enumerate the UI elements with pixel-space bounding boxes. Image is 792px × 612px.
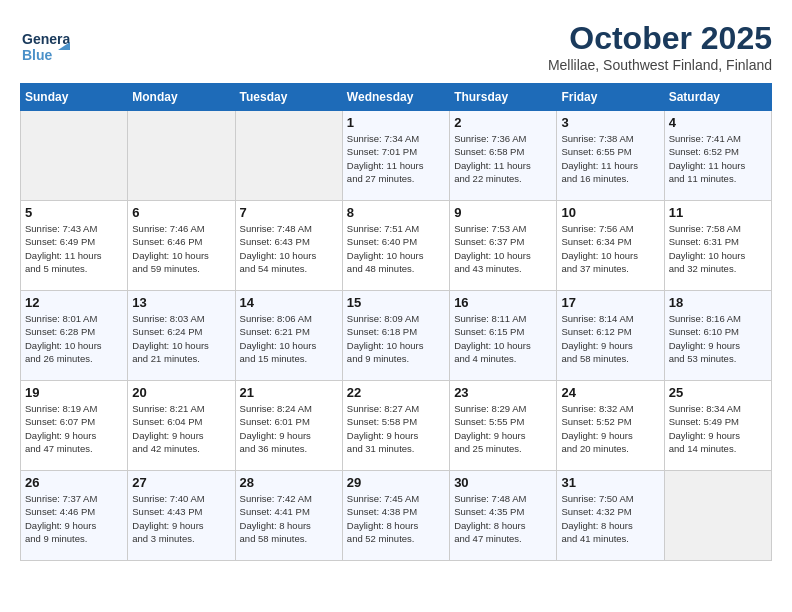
day-number: 21 <box>240 385 338 400</box>
calendar-cell <box>21 111 128 201</box>
weekday-header-thursday: Thursday <box>450 84 557 111</box>
svg-text:General: General <box>22 31 70 47</box>
day-number: 13 <box>132 295 230 310</box>
day-number: 3 <box>561 115 659 130</box>
day-info: Sunrise: 8:27 AM Sunset: 5:58 PM Dayligh… <box>347 402 445 455</box>
day-info: Sunrise: 7:50 AM Sunset: 4:32 PM Dayligh… <box>561 492 659 545</box>
calendar-cell: 9Sunrise: 7:53 AM Sunset: 6:37 PM Daylig… <box>450 201 557 291</box>
weekday-header-tuesday: Tuesday <box>235 84 342 111</box>
calendar-cell: 17Sunrise: 8:14 AM Sunset: 6:12 PM Dayli… <box>557 291 664 381</box>
location-title: Mellilae, Southwest Finland, Finland <box>548 57 772 73</box>
calendar-table: SundayMondayTuesdayWednesdayThursdayFrid… <box>20 83 772 561</box>
calendar-cell: 26Sunrise: 7:37 AM Sunset: 4:46 PM Dayli… <box>21 471 128 561</box>
day-info: Sunrise: 7:40 AM Sunset: 4:43 PM Dayligh… <box>132 492 230 545</box>
day-info: Sunrise: 8:14 AM Sunset: 6:12 PM Dayligh… <box>561 312 659 365</box>
day-info: Sunrise: 7:38 AM Sunset: 6:55 PM Dayligh… <box>561 132 659 185</box>
calendar-cell: 3Sunrise: 7:38 AM Sunset: 6:55 PM Daylig… <box>557 111 664 201</box>
calendar-week-3: 12Sunrise: 8:01 AM Sunset: 6:28 PM Dayli… <box>21 291 772 381</box>
day-info: Sunrise: 7:53 AM Sunset: 6:37 PM Dayligh… <box>454 222 552 275</box>
calendar-cell: 4Sunrise: 7:41 AM Sunset: 6:52 PM Daylig… <box>664 111 771 201</box>
day-number: 22 <box>347 385 445 400</box>
title-area: October 2025 Mellilae, Southwest Finland… <box>548 20 772 73</box>
day-info: Sunrise: 8:16 AM Sunset: 6:10 PM Dayligh… <box>669 312 767 365</box>
calendar-cell: 7Sunrise: 7:48 AM Sunset: 6:43 PM Daylig… <box>235 201 342 291</box>
weekday-header-friday: Friday <box>557 84 664 111</box>
calendar-cell: 29Sunrise: 7:45 AM Sunset: 4:38 PM Dayli… <box>342 471 449 561</box>
day-info: Sunrise: 8:06 AM Sunset: 6:21 PM Dayligh… <box>240 312 338 365</box>
calendar-cell: 31Sunrise: 7:50 AM Sunset: 4:32 PM Dayli… <box>557 471 664 561</box>
weekday-header-wednesday: Wednesday <box>342 84 449 111</box>
calendar-cell: 8Sunrise: 7:51 AM Sunset: 6:40 PM Daylig… <box>342 201 449 291</box>
calendar-cell: 14Sunrise: 8:06 AM Sunset: 6:21 PM Dayli… <box>235 291 342 381</box>
day-number: 19 <box>25 385 123 400</box>
calendar-cell: 21Sunrise: 8:24 AM Sunset: 6:01 PM Dayli… <box>235 381 342 471</box>
day-info: Sunrise: 7:45 AM Sunset: 4:38 PM Dayligh… <box>347 492 445 545</box>
calendar-cell: 12Sunrise: 8:01 AM Sunset: 6:28 PM Dayli… <box>21 291 128 381</box>
day-number: 12 <box>25 295 123 310</box>
svg-text:Blue: Blue <box>22 47 53 63</box>
day-number: 26 <box>25 475 123 490</box>
day-info: Sunrise: 8:19 AM Sunset: 6:07 PM Dayligh… <box>25 402 123 455</box>
calendar-cell: 13Sunrise: 8:03 AM Sunset: 6:24 PM Dayli… <box>128 291 235 381</box>
day-number: 23 <box>454 385 552 400</box>
day-number: 14 <box>240 295 338 310</box>
day-info: Sunrise: 7:48 AM Sunset: 4:35 PM Dayligh… <box>454 492 552 545</box>
day-number: 9 <box>454 205 552 220</box>
calendar-cell: 22Sunrise: 8:27 AM Sunset: 5:58 PM Dayli… <box>342 381 449 471</box>
day-info: Sunrise: 8:11 AM Sunset: 6:15 PM Dayligh… <box>454 312 552 365</box>
calendar-cell: 5Sunrise: 7:43 AM Sunset: 6:49 PM Daylig… <box>21 201 128 291</box>
calendar-cell: 23Sunrise: 8:29 AM Sunset: 5:55 PM Dayli… <box>450 381 557 471</box>
day-number: 10 <box>561 205 659 220</box>
day-number: 30 <box>454 475 552 490</box>
month-title: October 2025 <box>548 20 772 57</box>
day-number: 18 <box>669 295 767 310</box>
day-info: Sunrise: 7:34 AM Sunset: 7:01 PM Dayligh… <box>347 132 445 185</box>
day-number: 25 <box>669 385 767 400</box>
day-info: Sunrise: 8:29 AM Sunset: 5:55 PM Dayligh… <box>454 402 552 455</box>
weekday-header-sunday: Sunday <box>21 84 128 111</box>
calendar-cell: 18Sunrise: 8:16 AM Sunset: 6:10 PM Dayli… <box>664 291 771 381</box>
day-info: Sunrise: 7:42 AM Sunset: 4:41 PM Dayligh… <box>240 492 338 545</box>
day-info: Sunrise: 7:37 AM Sunset: 4:46 PM Dayligh… <box>25 492 123 545</box>
day-number: 16 <box>454 295 552 310</box>
calendar-cell: 10Sunrise: 7:56 AM Sunset: 6:34 PM Dayli… <box>557 201 664 291</box>
calendar-cell <box>235 111 342 201</box>
calendar-cell: 1Sunrise: 7:34 AM Sunset: 7:01 PM Daylig… <box>342 111 449 201</box>
day-number: 11 <box>669 205 767 220</box>
day-number: 28 <box>240 475 338 490</box>
day-number: 8 <box>347 205 445 220</box>
day-info: Sunrise: 7:51 AM Sunset: 6:40 PM Dayligh… <box>347 222 445 275</box>
day-info: Sunrise: 7:41 AM Sunset: 6:52 PM Dayligh… <box>669 132 767 185</box>
calendar-cell: 2Sunrise: 7:36 AM Sunset: 6:58 PM Daylig… <box>450 111 557 201</box>
day-info: Sunrise: 7:48 AM Sunset: 6:43 PM Dayligh… <box>240 222 338 275</box>
calendar-cell: 20Sunrise: 8:21 AM Sunset: 6:04 PM Dayli… <box>128 381 235 471</box>
day-info: Sunrise: 8:03 AM Sunset: 6:24 PM Dayligh… <box>132 312 230 365</box>
day-number: 4 <box>669 115 767 130</box>
page-header: General Blue October 2025 Mellilae, Sout… <box>20 20 772 73</box>
calendar-cell: 15Sunrise: 8:09 AM Sunset: 6:18 PM Dayli… <box>342 291 449 381</box>
logo: General Blue <box>20 20 70 70</box>
calendar-cell: 16Sunrise: 8:11 AM Sunset: 6:15 PM Dayli… <box>450 291 557 381</box>
calendar-week-5: 26Sunrise: 7:37 AM Sunset: 4:46 PM Dayli… <box>21 471 772 561</box>
calendar-cell: 19Sunrise: 8:19 AM Sunset: 6:07 PM Dayli… <box>21 381 128 471</box>
calendar-cell: 6Sunrise: 7:46 AM Sunset: 6:46 PM Daylig… <box>128 201 235 291</box>
calendar-cell: 24Sunrise: 8:32 AM Sunset: 5:52 PM Dayli… <box>557 381 664 471</box>
day-number: 1 <box>347 115 445 130</box>
calendar-cell <box>128 111 235 201</box>
day-number: 20 <box>132 385 230 400</box>
calendar-week-1: 1Sunrise: 7:34 AM Sunset: 7:01 PM Daylig… <box>21 111 772 201</box>
day-info: Sunrise: 7:56 AM Sunset: 6:34 PM Dayligh… <box>561 222 659 275</box>
day-info: Sunrise: 8:09 AM Sunset: 6:18 PM Dayligh… <box>347 312 445 365</box>
day-number: 6 <box>132 205 230 220</box>
day-number: 5 <box>25 205 123 220</box>
calendar-cell: 27Sunrise: 7:40 AM Sunset: 4:43 PM Dayli… <box>128 471 235 561</box>
weekday-header-saturday: Saturday <box>664 84 771 111</box>
calendar-week-2: 5Sunrise: 7:43 AM Sunset: 6:49 PM Daylig… <box>21 201 772 291</box>
day-number: 24 <box>561 385 659 400</box>
day-info: Sunrise: 8:01 AM Sunset: 6:28 PM Dayligh… <box>25 312 123 365</box>
day-info: Sunrise: 8:34 AM Sunset: 5:49 PM Dayligh… <box>669 402 767 455</box>
day-number: 29 <box>347 475 445 490</box>
calendar-cell <box>664 471 771 561</box>
day-info: Sunrise: 7:46 AM Sunset: 6:46 PM Dayligh… <box>132 222 230 275</box>
day-info: Sunrise: 7:36 AM Sunset: 6:58 PM Dayligh… <box>454 132 552 185</box>
